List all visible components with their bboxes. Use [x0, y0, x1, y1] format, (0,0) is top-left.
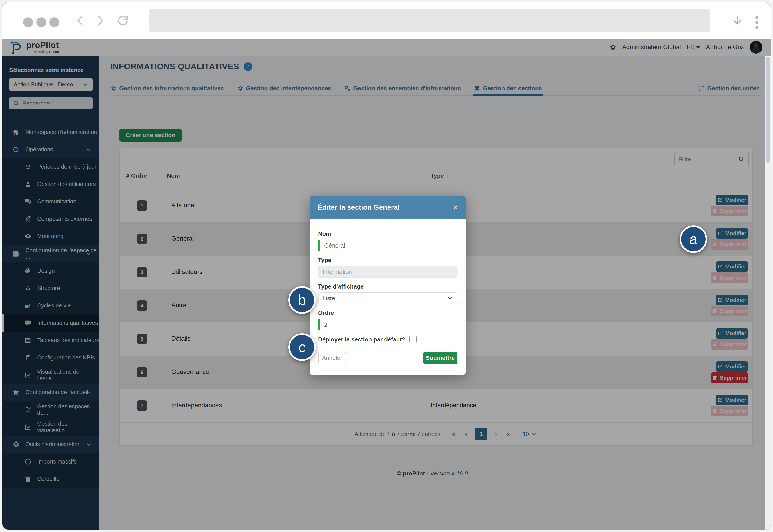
annotation-badge-a: a [680, 225, 707, 253]
nom-field-wrap [318, 240, 457, 251]
affichage-select[interactable]: Liste [318, 292, 457, 304]
deploy-checkbox-label: Déployer la section par défaut? [318, 336, 405, 343]
edit-section-modal: Éditer la section Général × Nom Type Typ… [310, 196, 465, 375]
modal-header: Éditer la section Général × [310, 196, 465, 219]
traffic-light-icon[interactable] [49, 17, 59, 27]
affichage-label: Type d'affichage [318, 283, 457, 290]
modal-title: Éditer la section Général [318, 203, 400, 211]
ordre-label: Ordre [318, 309, 457, 316]
download-icon[interactable] [731, 14, 744, 27]
browser-menu-kebab-icon[interactable] [755, 16, 758, 31]
traffic-light-icon[interactable] [36, 17, 46, 27]
type-input [323, 268, 453, 275]
type-field-wrap [318, 266, 457, 278]
submit-button[interactable]: Soumettre [423, 352, 457, 364]
app-root: proPilot — Powered by eFakto Administrat… [2, 39, 771, 530]
browser-chrome [2, 2, 771, 39]
browser-forward-icon[interactable] [93, 14, 106, 27]
close-icon[interactable]: × [453, 203, 458, 212]
annotation-badge-b: b [288, 286, 316, 314]
type-label: Type [318, 257, 457, 264]
annotation-badge-c: c [288, 333, 316, 361]
nom-label: Nom [318, 230, 457, 237]
chevron-down-icon [447, 295, 453, 301]
ordre-field-wrap [318, 319, 457, 330]
cancel-button[interactable]: Annuler [318, 352, 346, 364]
affichage-value: Liste [323, 295, 335, 302]
ordre-input[interactable] [324, 321, 453, 328]
traffic-light-icon[interactable] [23, 17, 33, 27]
address-bar[interactable] [149, 9, 710, 32]
scrollbar-thumb[interactable] [766, 57, 770, 163]
browser-back-icon[interactable] [74, 14, 87, 27]
nom-input[interactable] [324, 242, 453, 249]
deploy-checkbox[interactable] [409, 336, 417, 343]
browser-refresh-icon[interactable] [116, 14, 129, 27]
browser-window: proPilot — Powered by eFakto Administrat… [2, 2, 771, 530]
page-scrollbar [765, 56, 771, 530]
